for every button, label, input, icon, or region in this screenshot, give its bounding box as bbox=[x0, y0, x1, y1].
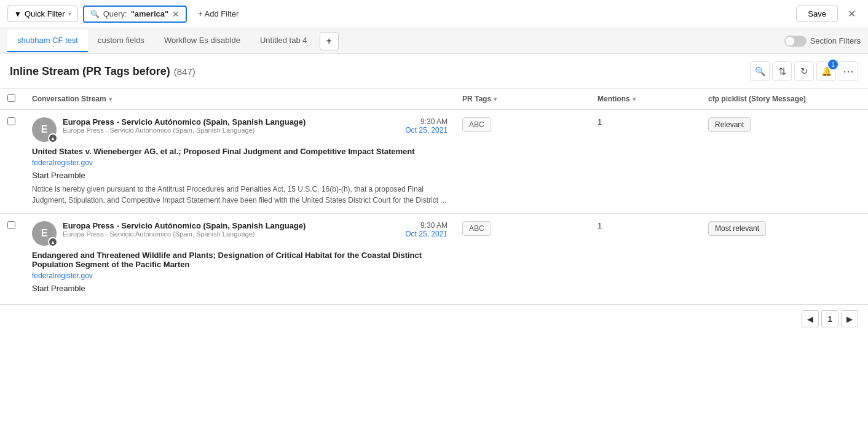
close-icon: ✕ bbox=[848, 9, 856, 19]
conv-meta: Europa Press - Servicio Autónomico (Spai… bbox=[63, 221, 399, 238]
row-checkbox[interactable] bbox=[7, 117, 15, 125]
th-pr-tags: PR Tags ▾ bbox=[455, 89, 590, 109]
tab-custom-fields[interactable]: custom fields bbox=[88, 29, 154, 52]
conv-body: Notice is hereby given pursuant to the A… bbox=[32, 184, 448, 206]
page-header: Inline Stream (PR Tags before) (847) 🔍 ⇅… bbox=[0, 54, 868, 89]
th-pr-tags-label: PR Tags bbox=[462, 95, 491, 103]
tabs-bar: shubham CF test custom fields Workflow E… bbox=[0, 28, 868, 54]
avatar: E ▲ bbox=[32, 221, 57, 246]
row-checkbox[interactable] bbox=[7, 221, 15, 229]
tab-untitled[interactable]: Untitled tab 4 bbox=[250, 29, 317, 52]
add-filter-button[interactable]: + Add Filter bbox=[192, 6, 245, 21]
page-number: 1 bbox=[827, 314, 832, 324]
source-name: Europa Press - Servicio Autónomico (Spai… bbox=[63, 117, 399, 127]
cfp-cell: Relevant bbox=[701, 109, 868, 214]
section-filters-toggle-track[interactable] bbox=[784, 36, 807, 47]
conv-preamble: Start Preamble bbox=[32, 284, 448, 293]
row-checkbox-cell bbox=[0, 109, 25, 214]
quick-filter-label: Quick Filter bbox=[25, 9, 65, 18]
pagination: ◀ 1 ▶ bbox=[0, 305, 868, 332]
sort-icon: ⇅ bbox=[778, 66, 786, 77]
pr-tag-pill[interactable]: ABC bbox=[462, 221, 491, 236]
search-icon: 🔍 bbox=[90, 10, 100, 18]
tab-label: Untitled tab 4 bbox=[260, 36, 307, 45]
mentions-value: 1 bbox=[598, 117, 602, 127]
cfp-cell: Most relevant bbox=[701, 214, 868, 305]
header-actions: 🔍 ⇅ ↻ 🔔 1 ⋯ bbox=[750, 61, 858, 81]
sort-arrow-icon: ▾ bbox=[109, 96, 112, 103]
time-hour: 9:30 AM bbox=[405, 221, 448, 230]
conv-meta: Europa Press - Servicio Autónomico (Spai… bbox=[63, 117, 399, 134]
tab-label: shubham CF test bbox=[17, 36, 78, 45]
query-pill[interactable]: 🔍 Query: "america" ✕ bbox=[83, 6, 187, 23]
conversation-cell: E ▲ Europa Press - Servicio Autónomico (… bbox=[25, 109, 455, 214]
table-row: E ▲ Europa Press - Servicio Autónomico (… bbox=[0, 109, 868, 214]
th-cfp: cfp picklist (Story Message) bbox=[701, 89, 868, 109]
th-conversation: Conversation Stream ▾ bbox=[25, 89, 455, 109]
notifications-button[interactable]: 🔔 1 bbox=[816, 61, 836, 81]
next-icon: ▶ bbox=[846, 314, 853, 324]
add-tab-icon: + bbox=[326, 36, 332, 46]
conversation-cell: E ▲ Europa Press - Servicio Autónomico (… bbox=[25, 214, 455, 305]
tab-workflow[interactable]: Workflow Es disablde bbox=[154, 29, 250, 52]
query-value: "america" bbox=[131, 9, 168, 18]
mentions-cell: 1 bbox=[590, 109, 701, 214]
source-name: Europa Press - Servicio Autónomico (Spai… bbox=[63, 221, 399, 230]
quick-filter-button[interactable]: ▼ Quick Filter ▾ bbox=[7, 6, 78, 22]
user-badge-icon: ▲ bbox=[50, 240, 55, 245]
add-filter-label: + Add Filter bbox=[198, 9, 239, 18]
th-mentions: Mentions ▾ bbox=[590, 89, 701, 109]
save-button[interactable]: Save bbox=[796, 6, 838, 22]
query-close-icon[interactable]: ✕ bbox=[172, 9, 180, 19]
conv-time: 9:30 AM Oct 25, 2021 bbox=[405, 117, 448, 135]
sort-button[interactable]: ⇅ bbox=[772, 61, 792, 81]
user-badge-icon: ▲ bbox=[50, 136, 55, 141]
pr-tag-pill[interactable]: ABC bbox=[462, 117, 491, 132]
source-sub: Europa Press - Servicio Autónomico (Spai… bbox=[63, 127, 399, 134]
conv-link[interactable]: federalregister.gov bbox=[32, 271, 448, 280]
query-label: Query: bbox=[103, 9, 127, 18]
current-page[interactable]: 1 bbox=[821, 310, 838, 327]
table-header-row: Conversation Stream ▾ PR Tags ▾ Mentions… bbox=[0, 89, 868, 109]
row-checkbox-cell bbox=[0, 214, 25, 305]
avatar: E ▲ bbox=[32, 117, 57, 142]
th-conversation-label: Conversation Stream bbox=[32, 95, 106, 103]
page-title: Inline Stream (PR Tags before) bbox=[10, 65, 170, 78]
more-options-button[interactable]: ⋯ bbox=[838, 61, 858, 81]
conv-preamble: Start Preamble bbox=[32, 171, 448, 180]
th-cfp-label: cfp picklist (Story Message) bbox=[708, 95, 806, 103]
time-hour: 9:30 AM bbox=[405, 117, 448, 126]
section-filters-label: Section Filters bbox=[810, 36, 861, 45]
toolbar-close-button[interactable]: ✕ bbox=[843, 5, 861, 23]
next-page-button[interactable]: ▶ bbox=[841, 310, 858, 327]
section-filters-toggle-thumb bbox=[786, 37, 794, 45]
time-date: Oct 25, 2021 bbox=[405, 126, 448, 135]
prev-page-button[interactable]: ◀ bbox=[802, 310, 819, 327]
toolbar: ▼ Quick Filter ▾ 🔍 Query: "america" ✕ + … bbox=[0, 0, 868, 28]
th-mentions-label: Mentions bbox=[598, 95, 630, 103]
table-row: E ▲ Europa Press - Servicio Autónomico (… bbox=[0, 214, 868, 305]
page-count: (847) bbox=[174, 66, 195, 77]
main-content: Inline Stream (PR Tags before) (847) 🔍 ⇅… bbox=[0, 54, 868, 332]
add-tab-button[interactable]: + bbox=[320, 32, 339, 50]
select-all-checkbox[interactable] bbox=[7, 94, 15, 102]
time-date: Oct 25, 2021 bbox=[405, 230, 448, 238]
search-button[interactable]: 🔍 bbox=[750, 61, 770, 81]
th-checkbox bbox=[0, 89, 25, 109]
notification-badge: 1 bbox=[828, 60, 838, 69]
sort-arrow-mentions-icon: ▾ bbox=[633, 96, 636, 103]
conv-time: 9:30 AM Oct 25, 2021 bbox=[405, 221, 448, 238]
conv-link[interactable]: federalregister.gov bbox=[32, 158, 448, 167]
cfp-pill[interactable]: Most relevant bbox=[708, 221, 766, 236]
filter-icon: ▼ bbox=[14, 10, 22, 18]
mentions-cell: 1 bbox=[590, 214, 701, 305]
tab-label: Workflow Es disablde bbox=[164, 36, 240, 45]
conv-title: United States v. Wieneberger AG, et al.;… bbox=[32, 147, 448, 156]
cfp-pill[interactable]: Relevant bbox=[708, 117, 751, 132]
pr-tags-cell: ABC bbox=[455, 214, 590, 305]
refresh-button[interactable]: ↻ bbox=[794, 61, 814, 81]
pr-tags-cell: ABC bbox=[455, 109, 590, 214]
tab-shubham[interactable]: shubham CF test bbox=[7, 29, 88, 52]
section-filters-toggle: Section Filters bbox=[784, 36, 861, 47]
search-icon: 🔍 bbox=[755, 66, 765, 76]
